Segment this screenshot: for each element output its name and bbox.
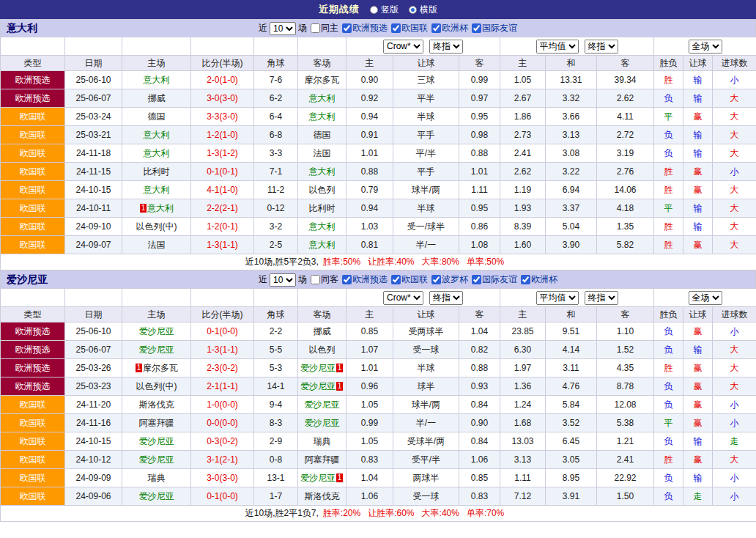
competition-checkbox-input[interactable]: [472, 275, 481, 284]
home-team-name: 挪威: [148, 93, 166, 103]
avg-home-odds: 1.11: [500, 469, 546, 487]
result-goals: 小: [713, 487, 756, 506]
bookmaker-select[interactable]: Crow*: [383, 40, 423, 54]
result-wdl: 负: [654, 469, 683, 487]
competition-checkbox-input[interactable]: [521, 275, 530, 284]
competition-checkbox[interactable]: 欧洲预选: [342, 22, 388, 34]
away-team-name: 爱沙尼亚: [300, 473, 336, 483]
corners: 2-5: [254, 236, 298, 254]
average-odds-stage-select[interactable]: 终指: [585, 291, 618, 305]
avg-home-odds: 1.19: [500, 181, 546, 199]
same-venue-checkbox-input[interactable]: [311, 275, 320, 284]
away-team: 以色列: [298, 181, 346, 199]
same-venue-checkbox[interactable]: 同主: [311, 22, 338, 34]
header-spacer: [1, 37, 65, 56]
header-spacer: [65, 289, 122, 307]
red-card-badge: 1: [336, 473, 343, 482]
avg-home-odds: 1.93: [500, 199, 546, 218]
competition-checkbox-input[interactable]: [391, 23, 401, 33]
filter-bar: 近10场同客欧洲预选欧国联波罗杯国际友谊欧洲杯: [259, 273, 557, 287]
handicap-away-odds: 0.84: [459, 396, 500, 414]
home-team: 瑞典: [122, 469, 191, 487]
bookmaker-odds-stage-select[interactable]: 终指: [429, 40, 463, 54]
competition-checkbox[interactable]: 国际友谊: [472, 22, 517, 34]
home-team-name: 法国: [148, 240, 166, 250]
avg-home-odds: 2.73: [500, 126, 546, 144]
scope-select[interactable]: 全场: [689, 291, 722, 305]
match-date: 24-09-06: [65, 487, 122, 506]
handicap-away-odds: 0.88: [459, 359, 500, 377]
competition-checkbox[interactable]: 欧国联: [391, 22, 428, 34]
competition-checkbox[interactable]: 国际友谊: [472, 273, 517, 286]
same-venue-checkbox[interactable]: 同客: [311, 273, 338, 286]
handicap-line: 受平/半: [393, 451, 459, 469]
away-team-name: 瑞典: [314, 436, 331, 446]
away-team: 意大利: [298, 218, 346, 236]
corners: 11-2: [254, 181, 298, 199]
score: 2-2(2-1): [191, 199, 254, 218]
competition-checkbox[interactable]: 波罗杯: [431, 273, 468, 286]
home-team: 1意大利: [122, 199, 191, 218]
layout-option-vertical[interactable]: 竖版: [370, 4, 399, 16]
competition-checkbox-input[interactable]: [431, 23, 441, 33]
competition-checkbox[interactable]: 欧国联: [391, 273, 428, 286]
competition-checkbox[interactable]: 欧洲杯: [521, 273, 557, 286]
radio-label: 竖版: [381, 4, 399, 16]
competition-checkbox-input[interactable]: [342, 23, 352, 33]
competition-checkbox[interactable]: 欧洲预选: [342, 273, 388, 286]
column-header: 和: [546, 56, 597, 71]
away-team: 意大利: [298, 108, 346, 126]
same-venue-checkbox-input[interactable]: [311, 23, 320, 33]
result-wdl: 胜: [654, 218, 683, 236]
column-header: 角球: [254, 307, 298, 323]
result-handicap: 输: [683, 199, 713, 218]
competition-type: 欧国联: [1, 432, 65, 451]
handicap-away-odds: 0.83: [459, 487, 500, 506]
avg-draw-odds: 3.90: [546, 236, 597, 254]
avg-home-odds: 1.36: [500, 377, 546, 396]
avg-draw-odds: 8.95: [546, 469, 597, 487]
red-card-badge: 1: [336, 364, 343, 372]
home-team-name: 意大利: [144, 185, 170, 195]
avg-home-odds: 8.39: [500, 218, 546, 236]
corners: 7-1: [254, 163, 298, 181]
avg-home-odds: 1.68: [500, 414, 546, 432]
match-date: 25-06-10: [65, 323, 122, 341]
away-team-name: 摩尔多瓦: [305, 75, 340, 85]
avg-draw-odds: 3.13: [546, 126, 597, 144]
bookmaker-odds-stage-select[interactable]: 终指: [429, 291, 463, 305]
red-card-badge: 1: [140, 204, 147, 213]
competition-checkbox-input[interactable]: [472, 23, 481, 33]
competition-checkbox[interactable]: 欧洲杯: [431, 22, 468, 34]
header-spacer: [122, 37, 191, 56]
result-wdl: 负: [654, 377, 683, 396]
recent-count-select[interactable]: 10: [270, 22, 296, 35]
competition-checkbox-input[interactable]: [342, 275, 352, 284]
scope-select[interactable]: 全场: [689, 40, 722, 54]
average-select[interactable]: 平均值: [536, 291, 579, 305]
average-odds-stage-select[interactable]: 终指: [585, 40, 618, 54]
result-goals: 小: [713, 469, 756, 487]
result-handicap: 赢: [683, 323, 713, 341]
average-odds-group: 平均值终指: [500, 289, 654, 307]
bookmaker-select[interactable]: Crow*: [383, 291, 423, 305]
score: 2-1(1-1): [191, 377, 254, 396]
result-goals: 小: [713, 163, 756, 181]
column-header: 类型: [1, 307, 65, 323]
result-goals: 大: [713, 341, 756, 359]
average-select[interactable]: 平均值: [536, 40, 579, 54]
away-team-name: 法国: [314, 148, 331, 158]
result-handicap: 赢: [683, 108, 713, 126]
layout-option-horizontal[interactable]: 横版: [409, 4, 437, 16]
recent-count-select[interactable]: 10: [270, 273, 296, 287]
competition-label: 欧洲杯: [442, 22, 468, 34]
handicap-away-odds: 0.98: [459, 126, 500, 144]
competition-checkbox-input[interactable]: [391, 275, 401, 284]
home-team-name: 瑞典: [148, 473, 166, 483]
competition-type: 欧国联: [1, 108, 65, 126]
corners: 0-8: [254, 451, 298, 469]
column-header: 主: [500, 56, 546, 71]
handicap-home-odds: 0.79: [346, 181, 393, 199]
radio-icon: [409, 6, 417, 14]
competition-checkbox-input[interactable]: [431, 275, 441, 284]
